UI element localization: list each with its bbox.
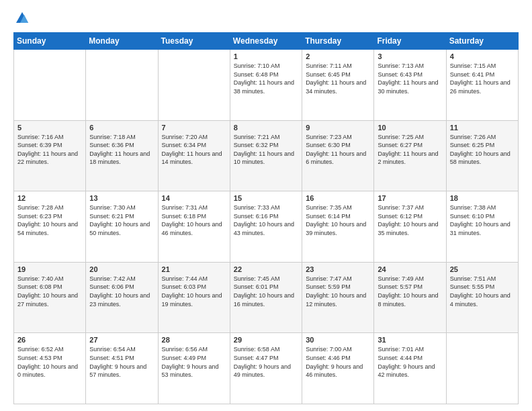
cell-info: Sunrise: 7:38 AMSunset: 6:10 PMDaylight:… xyxy=(450,203,515,237)
calendar-day-header: Sunday xyxy=(14,33,86,50)
day-number: 3 xyxy=(378,52,442,60)
calendar-cell: 3Sunrise: 7:13 AMSunset: 6:43 PMDaylight… xyxy=(374,50,446,121)
day-number: 16 xyxy=(306,194,370,202)
day-number: 9 xyxy=(306,124,370,132)
day-number: 26 xyxy=(17,336,82,344)
day-number: 14 xyxy=(162,194,226,202)
day-number: 25 xyxy=(450,265,515,273)
cell-info: Sunrise: 7:30 AMSunset: 6:21 PMDaylight:… xyxy=(89,203,154,237)
calendar-day-header: Monday xyxy=(86,33,158,50)
cell-info: Sunrise: 7:28 AMSunset: 6:23 PMDaylight:… xyxy=(17,203,82,237)
day-number: 23 xyxy=(306,265,370,273)
logo-icon xyxy=(15,11,30,26)
calendar-day-header: Friday xyxy=(374,33,446,50)
calendar-cell: 25Sunrise: 7:51 AMSunset: 5:55 PMDayligh… xyxy=(446,262,518,333)
day-number: 7 xyxy=(162,124,226,132)
cell-info: Sunrise: 7:21 AMSunset: 6:32 PMDaylight:… xyxy=(234,133,298,167)
calendar-week-row: 5Sunrise: 7:16 AMSunset: 6:39 PMDaylight… xyxy=(14,120,519,191)
cell-info: Sunrise: 7:44 AMSunset: 6:03 PMDaylight:… xyxy=(162,275,226,308)
calendar-cell: 11Sunrise: 7:26 AMSunset: 6:25 PMDayligh… xyxy=(446,120,518,191)
cell-info: Sunrise: 7:33 AMSunset: 6:16 PMDaylight:… xyxy=(234,203,298,237)
calendar-day-header: Thursday xyxy=(302,33,374,50)
day-number: 21 xyxy=(162,265,226,273)
calendar-cell: 6Sunrise: 7:18 AMSunset: 6:36 PMDaylight… xyxy=(86,120,158,191)
calendar-cell: 18Sunrise: 7:38 AMSunset: 6:10 PMDayligh… xyxy=(446,191,518,263)
cell-info: Sunrise: 7:20 AMSunset: 6:34 PMDaylight:… xyxy=(162,133,226,167)
cell-info: Sunrise: 7:11 AMSunset: 6:45 PMDaylight:… xyxy=(306,62,370,95)
cell-info: Sunrise: 7:16 AMSunset: 6:39 PMDaylight:… xyxy=(17,133,82,167)
day-number: 31 xyxy=(378,336,442,344)
cell-info: Sunrise: 7:00 AMSunset: 4:46 PMDaylight:… xyxy=(306,345,370,379)
day-number: 20 xyxy=(89,265,154,273)
day-number: 24 xyxy=(378,265,442,273)
logo xyxy=(13,11,30,26)
day-number: 30 xyxy=(306,336,370,344)
cell-info: Sunrise: 6:56 AMSunset: 4:49 PMDaylight:… xyxy=(162,345,226,379)
calendar-cell: 16Sunrise: 7:35 AMSunset: 6:14 PMDayligh… xyxy=(302,191,374,263)
page: SundayMondayTuesdayWednesdayThursdayFrid… xyxy=(0,0,532,411)
calendar-cell xyxy=(86,50,158,121)
calendar-week-row: 26Sunrise: 6:52 AMSunset: 4:53 PMDayligh… xyxy=(14,333,519,404)
calendar-cell: 19Sunrise: 7:40 AMSunset: 6:08 PMDayligh… xyxy=(14,262,86,333)
calendar-week-row: 19Sunrise: 7:40 AMSunset: 6:08 PMDayligh… xyxy=(14,262,519,333)
calendar-day-header: Wednesday xyxy=(230,33,302,50)
day-number: 1 xyxy=(234,52,298,60)
day-number: 28 xyxy=(162,336,226,344)
calendar-cell: 21Sunrise: 7:44 AMSunset: 6:03 PMDayligh… xyxy=(158,262,230,333)
cell-info: Sunrise: 7:51 AMSunset: 5:55 PMDaylight:… xyxy=(450,275,515,308)
calendar-cell: 31Sunrise: 7:01 AMSunset: 4:44 PMDayligh… xyxy=(374,333,446,404)
day-number: 11 xyxy=(450,124,515,132)
day-number: 4 xyxy=(450,52,515,60)
cell-info: Sunrise: 7:18 AMSunset: 6:36 PMDaylight:… xyxy=(89,133,154,167)
cell-info: Sunrise: 7:15 AMSunset: 6:41 PMDaylight:… xyxy=(450,62,515,95)
day-number: 12 xyxy=(17,194,82,202)
calendar-cell: 27Sunrise: 6:54 AMSunset: 4:51 PMDayligh… xyxy=(86,333,158,404)
calendar-cell: 13Sunrise: 7:30 AMSunset: 6:21 PMDayligh… xyxy=(86,191,158,263)
cell-info: Sunrise: 7:13 AMSunset: 6:43 PMDaylight:… xyxy=(378,62,442,95)
day-number: 5 xyxy=(17,124,82,132)
calendar-week-row: 1Sunrise: 7:10 AMSunset: 6:48 PMDaylight… xyxy=(14,50,519,121)
calendar-cell: 2Sunrise: 7:11 AMSunset: 6:45 PMDaylight… xyxy=(302,50,374,121)
calendar-cell: 5Sunrise: 7:16 AMSunset: 6:39 PMDaylight… xyxy=(14,120,86,191)
day-number: 2 xyxy=(306,52,370,60)
calendar-week-row: 12Sunrise: 7:28 AMSunset: 6:23 PMDayligh… xyxy=(14,191,519,263)
cell-info: Sunrise: 6:58 AMSunset: 4:47 PMDaylight:… xyxy=(234,345,298,379)
calendar-day-header: Tuesday xyxy=(158,33,230,50)
calendar-cell: 29Sunrise: 6:58 AMSunset: 4:47 PMDayligh… xyxy=(230,333,302,404)
cell-info: Sunrise: 7:49 AMSunset: 5:57 PMDaylight:… xyxy=(378,275,442,308)
calendar-day-header: Saturday xyxy=(446,33,518,50)
calendar-cell: 10Sunrise: 7:25 AMSunset: 6:27 PMDayligh… xyxy=(374,120,446,191)
calendar-cell: 15Sunrise: 7:33 AMSunset: 6:16 PMDayligh… xyxy=(230,191,302,263)
calendar-cell: 12Sunrise: 7:28 AMSunset: 6:23 PMDayligh… xyxy=(14,191,86,263)
calendar-cell: 24Sunrise: 7:49 AMSunset: 5:57 PMDayligh… xyxy=(374,262,446,333)
cell-info: Sunrise: 7:35 AMSunset: 6:14 PMDaylight:… xyxy=(306,203,370,237)
cell-info: Sunrise: 7:01 AMSunset: 4:44 PMDaylight:… xyxy=(378,345,442,379)
cell-info: Sunrise: 6:52 AMSunset: 4:53 PMDaylight:… xyxy=(17,345,82,379)
cell-info: Sunrise: 7:31 AMSunset: 6:18 PMDaylight:… xyxy=(162,203,226,237)
day-number: 27 xyxy=(89,336,154,344)
day-number: 19 xyxy=(17,265,82,273)
cell-info: Sunrise: 7:47 AMSunset: 5:59 PMDaylight:… xyxy=(306,275,370,308)
calendar-cell: 26Sunrise: 6:52 AMSunset: 4:53 PMDayligh… xyxy=(14,333,86,404)
day-number: 8 xyxy=(234,124,298,132)
day-number: 29 xyxy=(234,336,298,344)
cell-info: Sunrise: 7:23 AMSunset: 6:30 PMDaylight:… xyxy=(306,133,370,167)
calendar-cell: 20Sunrise: 7:42 AMSunset: 6:06 PMDayligh… xyxy=(86,262,158,333)
calendar-cell xyxy=(158,50,230,121)
cell-info: Sunrise: 7:26 AMSunset: 6:25 PMDaylight:… xyxy=(450,133,515,167)
calendar-cell: 30Sunrise: 7:00 AMSunset: 4:46 PMDayligh… xyxy=(302,333,374,404)
day-number: 22 xyxy=(234,265,298,273)
day-number: 15 xyxy=(234,194,298,202)
cell-info: Sunrise: 7:25 AMSunset: 6:27 PMDaylight:… xyxy=(378,133,442,167)
calendar-cell: 14Sunrise: 7:31 AMSunset: 6:18 PMDayligh… xyxy=(158,191,230,263)
day-number: 6 xyxy=(89,124,154,132)
calendar-cell: 22Sunrise: 7:45 AMSunset: 6:01 PMDayligh… xyxy=(230,262,302,333)
header xyxy=(13,11,519,26)
calendar-cell xyxy=(14,50,86,121)
calendar-cell: 7Sunrise: 7:20 AMSunset: 6:34 PMDaylight… xyxy=(158,120,230,191)
cell-info: Sunrise: 7:40 AMSunset: 6:08 PMDaylight:… xyxy=(17,275,82,308)
cell-info: Sunrise: 6:54 AMSunset: 4:51 PMDaylight:… xyxy=(89,345,154,379)
day-number: 13 xyxy=(89,194,154,202)
calendar-cell: 4Sunrise: 7:15 AMSunset: 6:41 PMDaylight… xyxy=(446,50,518,121)
day-number: 17 xyxy=(378,194,442,202)
